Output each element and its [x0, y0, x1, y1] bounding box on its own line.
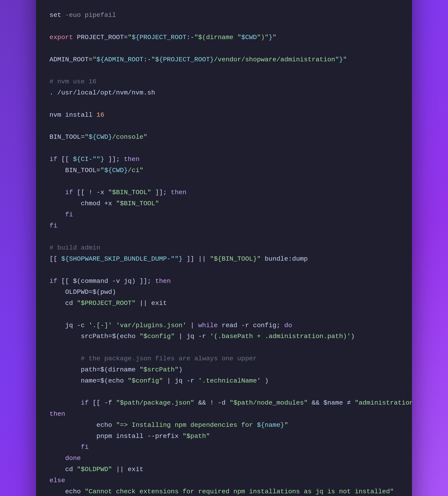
code-window: #!/usr/bin/env bash CWD="$(cd -P -- "$(d…	[36, 0, 412, 496]
code-block: #!/usr/bin/env bash CWD="$(cd -P -- "$(d…	[49, 0, 399, 496]
